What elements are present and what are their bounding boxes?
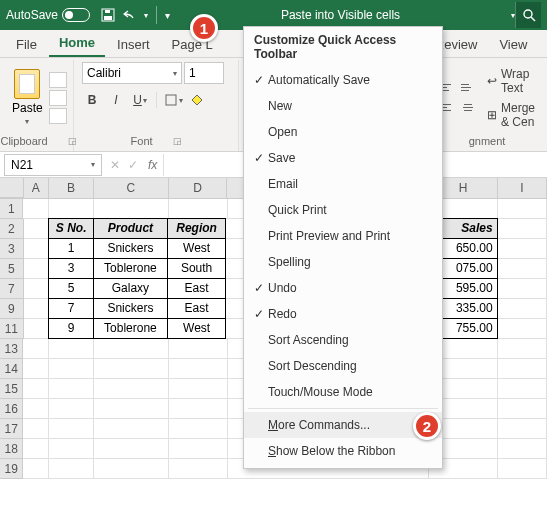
tab-home[interactable]: Home [49, 31, 105, 57]
col-header-A[interactable]: A [24, 178, 50, 198]
menu-item-touchmouse[interactable]: Touch/Mouse Mode [244, 379, 442, 405]
col-header-C[interactable]: C [94, 178, 169, 198]
row-header[interactable]: 14 [0, 359, 23, 379]
align-center-button[interactable] [459, 100, 477, 116]
row-header[interactable]: 18 [0, 439, 23, 459]
autosave-toggle[interactable]: AutoSave [6, 8, 90, 22]
row-header[interactable]: 1 [0, 199, 23, 219]
col-header-I[interactable]: I [498, 178, 547, 198]
table-cell[interactable]: Snickers [93, 298, 168, 319]
col-header-B[interactable]: B [49, 178, 94, 198]
font-name-select[interactable]: Calibri▾ [82, 62, 182, 84]
font-name-value: Calibri [87, 66, 121, 80]
save-icon[interactable] [100, 7, 116, 23]
table-header[interactable]: S No. [48, 218, 93, 239]
row-header[interactable]: 16 [0, 399, 23, 419]
menu-item-label: More Commands... [268, 418, 370, 432]
undo-icon[interactable] [122, 7, 138, 23]
row-header[interactable]: 13 [0, 339, 23, 359]
menu-item-label: Open [268, 125, 297, 139]
col-header-D[interactable]: D [169, 178, 228, 198]
row-header[interactable]: 3 [0, 239, 24, 259]
table-header[interactable]: Product [93, 218, 168, 239]
merge-center-button[interactable]: ⊞Merge & Cen [487, 101, 535, 129]
menu-item-email[interactable]: Email [244, 171, 442, 197]
table-cell[interactable]: Galaxy [93, 278, 168, 299]
italic-button[interactable]: I [106, 90, 126, 110]
format-painter-button[interactable] [49, 108, 67, 124]
menu-item-label: Print Preview and Print [268, 229, 390, 243]
tab-insert[interactable]: Insert [107, 33, 160, 57]
menu-item-label: Quick Print [268, 203, 327, 217]
table-header[interactable]: Region [167, 218, 226, 239]
table-cell[interactable]: Toblerone [93, 258, 168, 279]
menu-item-undo[interactable]: ✓Undo [244, 275, 442, 301]
row-header[interactable]: 11 [0, 319, 24, 339]
autosave-label: AutoSave [6, 8, 58, 22]
table-cell[interactable]: East [167, 298, 226, 319]
window-title: Paste into Visible cells [170, 8, 511, 22]
paste-button[interactable]: Paste ▾ [12, 69, 43, 126]
table-cell[interactable]: East [167, 278, 226, 299]
menu-item-label: Sort Descending [268, 359, 357, 373]
table-cell[interactable]: West [167, 318, 226, 339]
undo-dropdown-icon[interactable]: ▾ [144, 11, 148, 20]
menu-item-printpreview[interactable]: Print Preview and Print [244, 223, 442, 249]
row-header[interactable]: 19 [0, 459, 23, 479]
row-header[interactable]: 5 [0, 259, 24, 279]
menu-item-sortasc[interactable]: Sort Ascending [244, 327, 442, 353]
tab-file[interactable]: File [6, 33, 47, 57]
table-cell[interactable]: 7 [48, 298, 93, 319]
menu-item-quickprint[interactable]: Quick Print [244, 197, 442, 223]
bold-button[interactable]: B [82, 90, 102, 110]
select-all-corner[interactable] [0, 178, 24, 198]
table-cell[interactable]: Snickers [93, 238, 168, 259]
underline-button[interactable]: U▾ [130, 90, 150, 110]
menu-item-show-below[interactable]: Show Below the Ribbon [244, 438, 442, 464]
search-button[interactable] [515, 2, 541, 28]
table-cell[interactable]: South [167, 258, 226, 279]
menu-item-new[interactable]: New [244, 93, 442, 119]
font-size-select[interactable]: 1 [184, 62, 224, 84]
enter-icon[interactable]: ✓ [124, 158, 142, 172]
wrap-text-button[interactable]: ↩Wrap Text [487, 67, 535, 95]
menu-item-label: Undo [268, 281, 297, 295]
toggle-switch[interactable] [62, 8, 90, 22]
svg-point-3 [524, 10, 532, 18]
row-header[interactable]: 2 [0, 219, 24, 239]
cancel-icon[interactable]: ✕ [106, 158, 124, 172]
paste-dropdown-icon[interactable]: ▾ [25, 117, 29, 126]
menu-item-label: Touch/Mouse Mode [268, 385, 373, 399]
svg-rect-1 [104, 16, 112, 20]
fill-color-button[interactable] [187, 90, 207, 110]
menu-item-save[interactable]: ✓Save [244, 145, 442, 171]
table-cell[interactable]: 9 [48, 318, 93, 339]
border-button[interactable]: ▾ [163, 90, 183, 110]
clipboard-group-label: Clipboard [0, 135, 47, 147]
row-header[interactable]: 15 [0, 379, 23, 399]
table-cell[interactable]: Toblerone [93, 318, 168, 339]
menu-item-autosave[interactable]: ✓Automatically Save [244, 67, 442, 93]
table-cell[interactable]: 3 [48, 258, 93, 279]
merge-icon: ⊞ [487, 108, 497, 122]
table-cell[interactable]: 1 [48, 238, 93, 259]
svg-line-4 [531, 17, 535, 21]
table-cell[interactable]: West [167, 238, 226, 259]
menu-item-sortdesc[interactable]: Sort Descending [244, 353, 442, 379]
tab-view[interactable]: View [489, 33, 537, 57]
menu-item-spelling[interactable]: Spelling [244, 249, 442, 275]
copy-button[interactable] [49, 90, 67, 106]
name-box[interactable]: N21▾ [4, 154, 102, 176]
row-header[interactable]: 7 [0, 279, 24, 299]
font-dialog-icon[interactable]: ◲ [173, 136, 182, 146]
table-cell[interactable]: 5 [48, 278, 93, 299]
cut-button[interactable] [49, 72, 67, 88]
svg-rect-5 [166, 95, 176, 105]
menu-item-open[interactable]: Open [244, 119, 442, 145]
align-middle-button[interactable] [459, 80, 477, 96]
row-header[interactable]: 17 [0, 419, 23, 439]
fx-button[interactable]: fx [142, 158, 163, 172]
row-header[interactable]: 9 [0, 299, 24, 319]
menu-item-redo[interactable]: ✓Redo [244, 301, 442, 327]
menu-title: Customize Quick Access Toolbar [244, 27, 442, 67]
